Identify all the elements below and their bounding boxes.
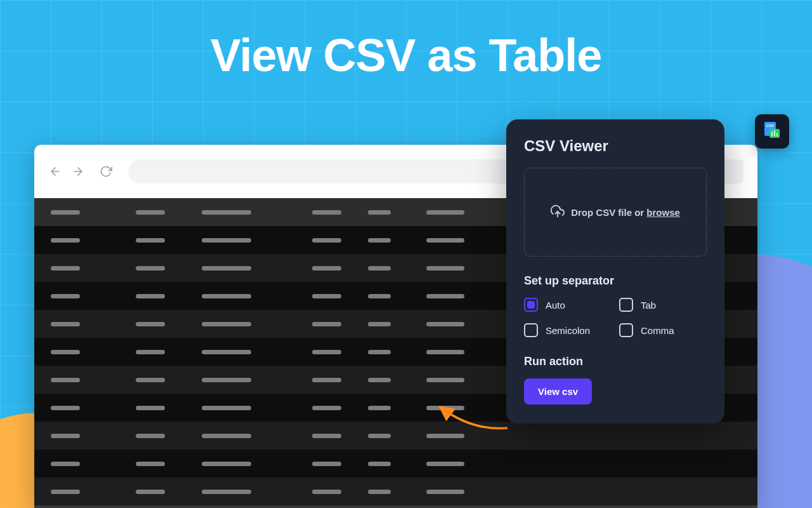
table-row	[34, 422, 757, 450]
arrow-right-icon[interactable]	[71, 164, 85, 178]
separator-option-semicolon[interactable]: Semicolon	[524, 323, 612, 337]
csv-viewer-panel: CSV Viewer Drop CSV file or browse Set u…	[506, 119, 724, 424]
reload-icon[interactable]	[99, 164, 113, 178]
arrow-left-icon[interactable]	[48, 164, 62, 178]
separator-options: Auto Tab Semicolon Comma	[524, 298, 707, 337]
separator-option-comma[interactable]: Comma	[619, 323, 707, 337]
panel-title: CSV Viewer	[524, 137, 707, 155]
view-csv-button[interactable]: View csv	[524, 378, 592, 404]
csv-file-icon: CSV	[762, 120, 782, 143]
promo-stage: View CSV as Table	[0, 0, 812, 508]
checkbox-icon	[524, 298, 538, 312]
checkbox-icon	[524, 323, 538, 337]
browse-link[interactable]: browse	[646, 207, 680, 218]
cloud-upload-icon	[551, 204, 565, 220]
csv-app-badge[interactable]: CSV	[755, 114, 789, 149]
separator-option-tab[interactable]: Tab	[619, 298, 707, 312]
run-action-heading: Run action	[524, 355, 707, 368]
checkbox-icon	[619, 323, 633, 337]
table-row	[34, 450, 757, 478]
checkbox-icon	[619, 298, 633, 312]
hero-title: View CSV as Table	[0, 29, 812, 81]
drop-zone[interactable]: Drop CSV file or browse	[524, 168, 707, 257]
svg-text:CSV: CSV	[766, 124, 774, 128]
drop-zone-text: Drop CSV file or browse	[571, 207, 680, 218]
table-row	[34, 478, 757, 505]
separator-option-auto[interactable]: Auto	[524, 298, 612, 312]
separator-heading: Set up separator	[524, 274, 707, 288]
